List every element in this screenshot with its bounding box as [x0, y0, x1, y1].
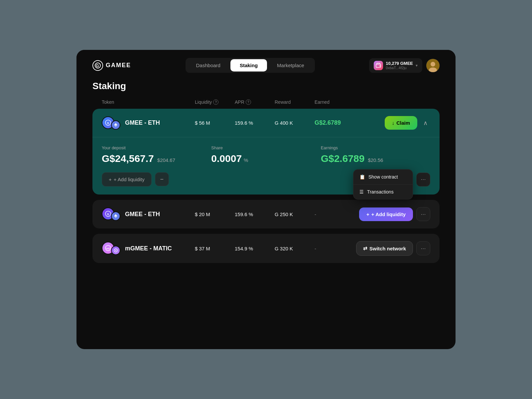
wallet-text: 10,279 GMEE 0xbaT...4f2ju	[386, 61, 413, 70]
app-container: G GAMEE Dashboard Staking Marketplace	[76, 50, 456, 349]
avatar[interactable]	[426, 59, 440, 72]
token-icons-2: G	[102, 207, 120, 221]
context-transactions[interactable]: ☰ Transactions	[353, 185, 413, 199]
claim-button[interactable]: ↓ Claim	[385, 116, 417, 130]
deposit-col: Your deposit G$24,567.7 $204.67	[102, 145, 211, 164]
reward-3: G 320 K	[275, 246, 315, 251]
show-contract-label: Show contract	[368, 174, 398, 180]
th-actions	[354, 99, 430, 105]
svg-text:G: G	[96, 64, 99, 68]
token-info-2: G GMEE - ETH	[102, 207, 195, 221]
th-liquidity: Liquidity ?	[195, 99, 235, 105]
earned-2: -	[315, 211, 354, 217]
earned-1: G$2.6789	[315, 119, 354, 126]
add-liq-label-1: + Add liquidity	[114, 177, 145, 182]
expanded-bottom-left: + + Add liquidity −	[102, 172, 169, 187]
main-content: Staking Token Liquidity ? APR ? Reward E…	[76, 81, 456, 284]
page-title: Staking	[92, 81, 440, 91]
tab-dashboard[interactable]: Dashboard	[187, 59, 230, 71]
deposit-main: G$24,567.7 $204.67	[102, 153, 211, 164]
liquidity-2: $ 20 M	[195, 211, 235, 217]
token-info-1: G GMEE - ETH	[102, 116, 195, 130]
svg-point-5	[431, 62, 435, 66]
th-earned: Earned	[315, 99, 354, 105]
token-icons-1: G	[102, 116, 120, 130]
earnings-main: G$2.6789 $20.56	[321, 153, 430, 164]
token-icon-eth-1	[111, 120, 120, 130]
remove-button-1[interactable]: −	[155, 172, 169, 186]
liquidity-1: $ 56 M	[195, 120, 235, 126]
liquidity-3: $ 37 M	[195, 246, 235, 251]
more-button-1[interactable]: ···	[416, 173, 430, 187]
earnings-usd: $20.56	[368, 157, 383, 163]
row-actions-3: ⇄ Switch network ···	[354, 241, 430, 256]
token-icon-matic	[111, 246, 120, 255]
expanded-actions: 📋 Show contract ☰ Transactions ···	[416, 173, 430, 187]
header-right: 10,279 GMEE 0xbaT...4f2ju ▾	[369, 58, 440, 73]
staking-row-2: G GMEE - ETH $ 20 M 159.6 %	[92, 200, 440, 228]
token-name-2: GMEE - ETH	[125, 211, 160, 218]
svg-rect-3	[379, 66, 380, 66]
wallet-address: 0xbaT...4f2ju	[386, 66, 413, 70]
row-actions-1: ↓ Claim ∧	[354, 116, 430, 130]
share-value: 0.0007	[211, 153, 242, 164]
svg-text:mG: mG	[106, 247, 110, 250]
reward-2: G 250 K	[275, 211, 315, 217]
row-main-2: G GMEE - ETH $ 20 M 159.6 %	[92, 200, 440, 228]
add-liquidity-button-1[interactable]: + + Add liquidity	[102, 172, 152, 187]
nav-tabs: Dashboard Staking Marketplace	[186, 58, 315, 73]
plus-icon-2: +	[366, 211, 369, 217]
earned-3: -	[315, 246, 354, 251]
share-col: Share 0.0007 %	[211, 145, 321, 164]
header: G GAMEE Dashboard Staking Marketplace	[76, 50, 456, 81]
logo-text: GAMEE	[106, 62, 131, 69]
svg-text:G: G	[107, 121, 109, 125]
tab-marketplace[interactable]: Marketplace	[268, 59, 314, 71]
contract-icon: 📋	[359, 174, 365, 180]
add-liquidity-button-2[interactable]: + + Add liquidity	[359, 207, 413, 221]
switch-network-label: Switch network	[369, 246, 406, 251]
apr-info-icon[interactable]: ?	[246, 99, 251, 105]
token-info-3: mG mGMEE - MATIC	[102, 242, 195, 255]
logo: G GAMEE	[92, 60, 131, 71]
row-main-1: G GMEE - ETH $ 56 M	[92, 109, 440, 137]
apr-2: 159.6 %	[235, 211, 275, 217]
expanded-grid: Your deposit G$24,567.7 $204.67 Share 0.…	[102, 137, 430, 172]
staking-row-1: G GMEE - ETH $ 56 M	[92, 109, 440, 195]
row-main-3: mG mGMEE - MATIC $ 37 M 154.9 %	[92, 234, 440, 263]
row-expanded-1: Your deposit G$24,567.7 $204.67 Share 0.…	[92, 137, 440, 195]
row-actions-2: + + Add liquidity ···	[354, 207, 430, 221]
share-unit: %	[244, 157, 248, 163]
deposit-value: G$24,567.7	[102, 153, 154, 164]
token-icons-3: mG	[102, 242, 120, 255]
token-name-1: GMEE - ETH	[125, 119, 160, 126]
add-liq-label-2: + Add liquidity	[371, 211, 406, 217]
chevron-down-icon: ▾	[416, 63, 418, 68]
claim-label: Claim	[396, 120, 410, 126]
token-icon-eth-2	[111, 211, 120, 221]
wallet-icon	[374, 61, 383, 70]
earnings-value: G$2.6789	[321, 153, 365, 164]
svg-marker-9	[114, 123, 117, 126]
token-name-3: mGMEE - MATIC	[125, 245, 172, 252]
switch-network-button[interactable]: ⇄ Switch network	[356, 241, 413, 256]
more-button-3[interactable]: ···	[416, 241, 430, 255]
th-token: Token	[102, 99, 195, 105]
earnings-label: Earnings	[321, 145, 430, 150]
more-button-2[interactable]: ···	[416, 207, 430, 221]
wallet-info[interactable]: 10,279 GMEE 0xbaT...4f2ju ▾	[369, 58, 422, 73]
deposit-label: Your deposit	[102, 145, 211, 150]
th-reward: Reward	[275, 99, 315, 105]
collapse-button-1[interactable]: ∧	[421, 118, 430, 128]
earnings-col: Earnings G$2.6789 $20.56	[321, 145, 430, 164]
liquidity-info-icon[interactable]: ?	[213, 99, 218, 105]
claim-icon: ↓	[392, 120, 395, 126]
th-apr: APR ?	[235, 99, 275, 105]
reward-1: G 400 K	[275, 120, 315, 126]
context-show-contract[interactable]: 📋 Show contract	[353, 170, 413, 185]
transactions-icon: ☰	[359, 189, 364, 195]
expanded-bottom: + + Add liquidity − 📋 Show contract	[102, 172, 430, 187]
tab-staking[interactable]: Staking	[230, 59, 267, 71]
share-label: Share	[211, 145, 321, 150]
transactions-label: Transactions	[367, 189, 394, 195]
